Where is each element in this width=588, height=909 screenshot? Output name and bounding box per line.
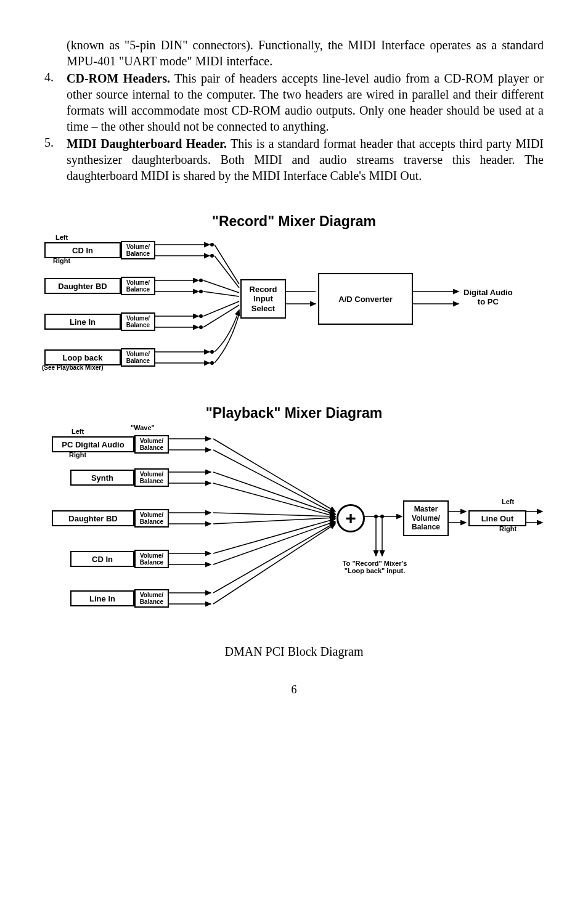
svg-point-11 bbox=[199, 325, 203, 329]
page-number: 6 bbox=[44, 683, 544, 696]
svg-line-38 bbox=[213, 518, 335, 524]
list-number-5: 5. bbox=[44, 136, 67, 184]
svg-point-3 bbox=[210, 254, 214, 258]
svg-point-1 bbox=[210, 243, 214, 247]
svg-line-33 bbox=[213, 472, 335, 515]
list-number-4: 4. bbox=[44, 70, 67, 134]
svg-line-37 bbox=[213, 513, 335, 516]
svg-line-20 bbox=[203, 291, 239, 296]
record-diagram: Left CD In Right Volume/ Balance Daughte… bbox=[44, 234, 544, 394]
record-diagram-lines bbox=[44, 234, 544, 394]
playback-diagram: "Wave" Left PC Digital Audio Right Volum… bbox=[44, 425, 544, 635]
list-item-5: 5. MIDI Daughterboard Header. This is a … bbox=[44, 136, 544, 184]
svg-point-5 bbox=[199, 279, 203, 282]
playback-diagram-title: "Playback" Mixer Diagram bbox=[44, 405, 544, 422]
list-item-4: 4. CD-ROM Headers. This pair of headers … bbox=[44, 70, 544, 134]
svg-point-14 bbox=[210, 350, 214, 354]
svg-point-51 bbox=[380, 515, 384, 518]
svg-line-34 bbox=[213, 483, 335, 516]
svg-point-7 bbox=[199, 290, 203, 293]
item4-title: CD-ROM Headers. bbox=[67, 71, 170, 85]
intro-paragraph: (known as "5-pin DIN" connectors). Funct… bbox=[67, 37, 544, 69]
item5-title: MIDI Daughterboard Header. bbox=[67, 137, 227, 150]
svg-point-16 bbox=[210, 361, 214, 365]
svg-line-17 bbox=[214, 245, 239, 284]
diagram-caption: DMAN PCI Block Diagram bbox=[44, 645, 544, 659]
svg-line-18 bbox=[214, 256, 239, 288]
svg-point-9 bbox=[199, 314, 203, 318]
svg-line-29 bbox=[213, 439, 335, 512]
playback-diagram-lines bbox=[44, 425, 544, 635]
svg-line-19 bbox=[203, 280, 239, 293]
record-diagram-title: "Record" Mixer Diagram bbox=[44, 213, 544, 230]
svg-line-30 bbox=[213, 450, 335, 514]
